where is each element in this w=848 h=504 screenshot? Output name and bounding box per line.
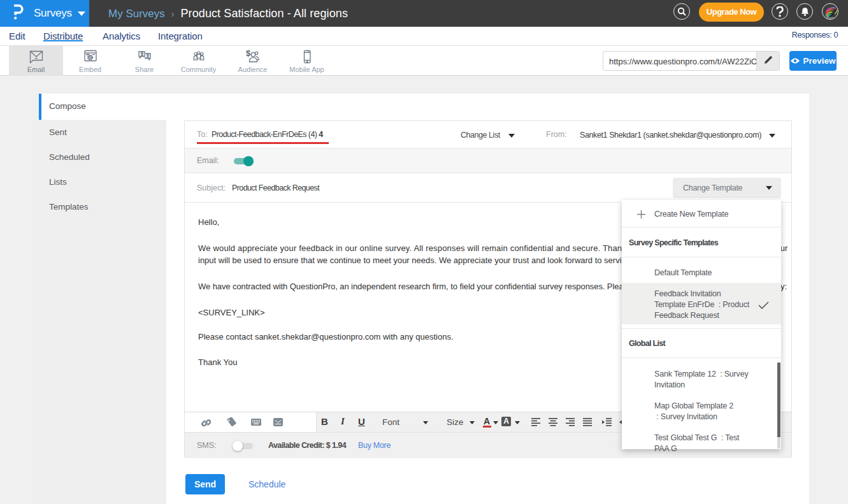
svg-text:$: $ [246,49,251,58]
